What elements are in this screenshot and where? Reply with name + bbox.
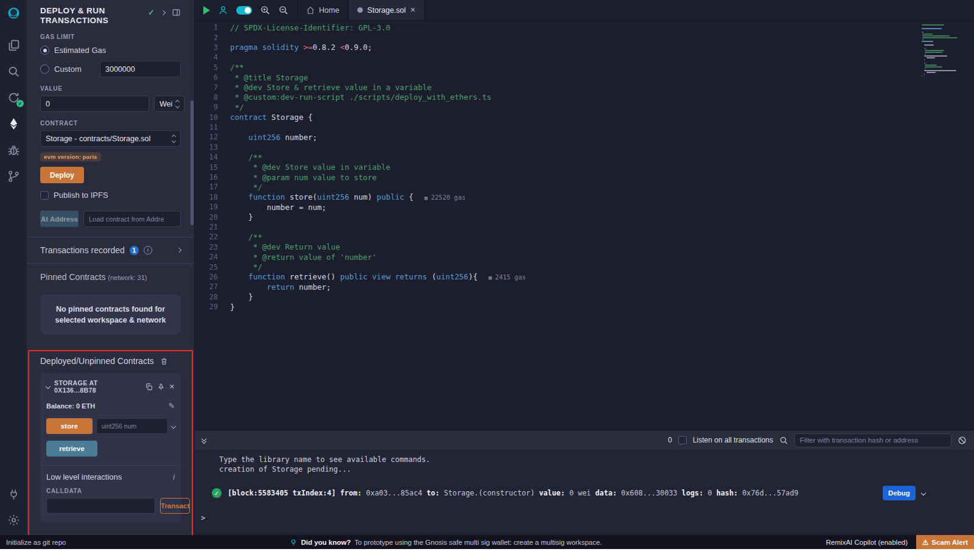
copy-address-icon[interactable] bbox=[145, 383, 153, 391]
info-icon[interactable]: i bbox=[144, 246, 152, 254]
edit-balance-icon[interactable]: ✎ bbox=[169, 402, 175, 410]
terminal-count: 0 bbox=[668, 436, 672, 444]
scam-alert-badge[interactable]: ⚠ Scam Alert bbox=[916, 535, 974, 549]
run-script-icon[interactable] bbox=[203, 6, 210, 15]
publish-ipfs-checkbox[interactable] bbox=[40, 191, 49, 200]
deployed-contracts-title: Deployed/Unpinned Contracts bbox=[40, 356, 154, 366]
code-line: 19 number = num; bbox=[195, 202, 974, 212]
code-line: 27 return number; bbox=[195, 282, 974, 292]
terminal-output[interactable]: Type the library name to see available c… bbox=[195, 450, 974, 535]
publish-ipfs-text: Publish to IPFS bbox=[54, 191, 108, 200]
deploy-button[interactable]: Deploy bbox=[40, 167, 84, 183]
settings-gear-icon[interactable] bbox=[5, 512, 21, 528]
terminal-toolbar: 0 Listen on all transactions bbox=[195, 430, 974, 450]
code-line: 12 uint256 number; bbox=[195, 132, 974, 142]
collapse-contract-icon[interactable] bbox=[46, 384, 51, 389]
terminal-search-icon[interactable] bbox=[779, 436, 788, 445]
spinner-icon bbox=[176, 100, 179, 108]
pinned-contracts-title: Pinned Contracts bbox=[40, 272, 105, 282]
publish-ipfs-option: Publish to IPFS bbox=[40, 191, 181, 200]
tab-bar: Home Storage.sol ✕ bbox=[195, 0, 974, 21]
collapse-terminal-icon[interactable] bbox=[202, 437, 206, 443]
solidity-compiler-icon[interactable]: ✓ bbox=[5, 89, 21, 105]
tab-storage-sol[interactable]: Storage.sol ✕ bbox=[348, 0, 424, 20]
home-icon bbox=[306, 6, 315, 15]
transact-button[interactable]: Transact bbox=[160, 498, 190, 514]
search-icon[interactable] bbox=[5, 63, 21, 79]
transaction-log-row[interactable]: ✓ [block:5583405 txIndex:4] from: 0xa03.… bbox=[195, 484, 974, 502]
plugin-manager-icon[interactable] bbox=[5, 486, 21, 502]
retrieve-function-button[interactable]: retrieve bbox=[46, 441, 97, 457]
pin-panel-icon[interactable] bbox=[172, 8, 181, 17]
chevron-right-icon[interactable] bbox=[161, 10, 166, 15]
copilot-status[interactable]: RemixAI Copilot (enabled) bbox=[826, 539, 908, 546]
ai-assistant-icon[interactable] bbox=[218, 5, 228, 15]
code-line: 28 } bbox=[195, 292, 974, 302]
code-line: 17 */ bbox=[195, 182, 974, 192]
low-level-info-icon[interactable]: i bbox=[173, 473, 175, 481]
code-editor[interactable]: 1// SPDX-License-Identifier: GPL-3.023pr… bbox=[195, 21, 974, 430]
scam-alert-text: Scam Alert bbox=[931, 539, 968, 546]
close-tab-icon[interactable]: ✕ bbox=[410, 6, 416, 14]
transactions-count-badge: 1 bbox=[130, 246, 139, 255]
store-function-button[interactable]: store bbox=[46, 418, 93, 434]
zoom-in-icon[interactable] bbox=[260, 5, 270, 15]
copilot-toggle[interactable] bbox=[236, 6, 252, 15]
tab-home[interactable]: Home bbox=[297, 0, 348, 20]
tab-file-label: Storage.sol bbox=[367, 6, 405, 15]
debug-button[interactable]: Debug bbox=[883, 486, 916, 500]
calldata-input[interactable] bbox=[46, 498, 155, 514]
panel-scrollbar[interactable] bbox=[191, 100, 194, 225]
code-line: 16 * @param num value to store bbox=[195, 172, 974, 182]
expand-args-icon[interactable] bbox=[170, 424, 175, 429]
trash-icon[interactable] bbox=[160, 357, 168, 365]
debugger-icon[interactable] bbox=[5, 142, 21, 158]
code-line: 4 bbox=[195, 52, 974, 62]
git-init-status[interactable]: Initialize as git repo bbox=[0, 539, 66, 546]
store-arg-input[interactable] bbox=[96, 418, 168, 434]
tx-log-text: [block:5583405 txIndex:4] from: 0xa03...… bbox=[228, 489, 877, 498]
custom-gas-radio[interactable] bbox=[40, 65, 49, 74]
listen-all-label: Listen on all transactions bbox=[693, 436, 773, 444]
code-line: 22 /** bbox=[195, 232, 974, 242]
code-line: 11 bbox=[195, 122, 974, 132]
code-line: 24 * @return value of 'number' bbox=[195, 252, 974, 262]
contract-select[interactable]: Storage - contracts/Storage.sol bbox=[40, 130, 181, 147]
zoom-out-icon[interactable] bbox=[278, 5, 289, 15]
remix-logo-icon[interactable] bbox=[5, 5, 21, 21]
clear-console-icon[interactable] bbox=[958, 436, 967, 445]
tab-home-label: Home bbox=[319, 6, 339, 15]
value-unit-text: Wei bbox=[159, 100, 172, 108]
git-icon[interactable] bbox=[5, 168, 21, 184]
value-unit-select[interactable]: Wei bbox=[154, 96, 184, 112]
at-address-input[interactable] bbox=[83, 211, 181, 227]
at-address-button[interactable]: At Address bbox=[40, 211, 79, 227]
filter-input[interactable] bbox=[794, 433, 951, 447]
terminal-line: Type the library name to see available c… bbox=[195, 455, 974, 464]
remove-contract-icon[interactable]: ✕ bbox=[169, 383, 175, 391]
code-line: 25 */ bbox=[195, 262, 974, 271]
contract-instance-label: STORAGE AT 0X136...8B78 bbox=[54, 379, 141, 394]
transactions-recorded-label: Transactions recorded bbox=[40, 245, 125, 255]
pin-contract-icon[interactable] bbox=[157, 383, 165, 391]
estimated-gas-radio[interactable] bbox=[40, 46, 49, 55]
gas-limit-label: GAS LIMIT bbox=[40, 33, 181, 40]
listen-all-checkbox[interactable] bbox=[678, 436, 687, 444]
low-level-title: Low level interactions bbox=[46, 472, 173, 481]
gas-estimate: 2415 gas bbox=[488, 273, 525, 281]
value-label: VALUE bbox=[40, 85, 181, 92]
expand-transactions-icon[interactable] bbox=[177, 248, 181, 253]
terminal-prompt[interactable]: > bbox=[195, 513, 974, 523]
code-line: 23 * @dev Return value bbox=[195, 242, 974, 252]
expand-tx-icon[interactable] bbox=[921, 491, 926, 495]
panel-title: DEPLOY & RUN TRANSACTIONS bbox=[40, 6, 131, 26]
minimap[interactable] bbox=[922, 24, 964, 77]
custom-gas-input[interactable] bbox=[100, 61, 181, 77]
estimated-gas-option[interactable]: Estimated Gas bbox=[40, 46, 181, 55]
code-line: 7 * @dev Store & retrieve value in a var… bbox=[195, 82, 974, 92]
value-input[interactable] bbox=[40, 96, 149, 112]
deploy-run-icon[interactable] bbox=[5, 116, 21, 131]
compile-success-badge: ✓ bbox=[16, 100, 24, 107]
deployed-contract-card: STORAGE AT 0X136...8B78 ✕ Balance: 0 ETH… bbox=[40, 373, 181, 522]
file-explorer-icon[interactable] bbox=[5, 37, 21, 53]
